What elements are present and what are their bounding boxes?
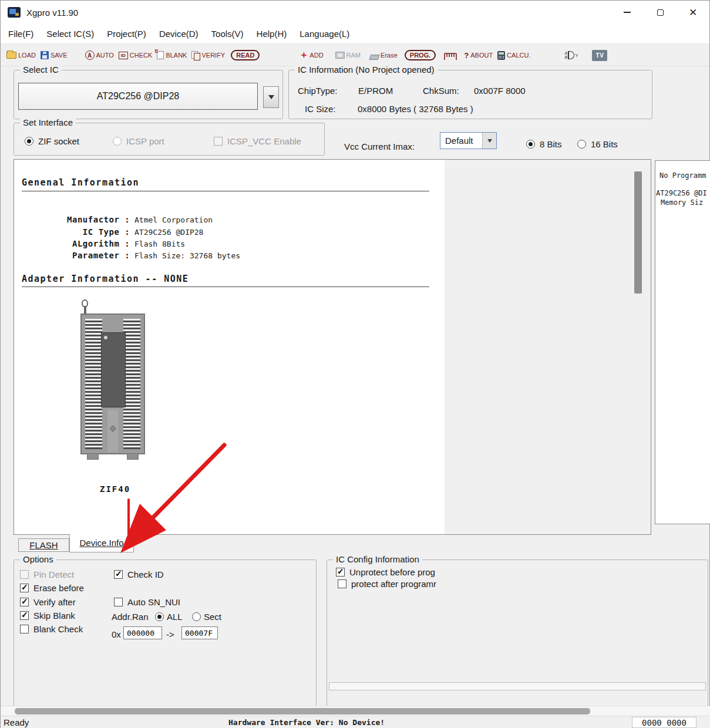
save-button[interactable]: SAVE bbox=[41, 51, 68, 59]
add-button[interactable]: + ADD bbox=[300, 51, 323, 59]
scrollbar-thumb[interactable] bbox=[15, 708, 590, 714]
menu-select-ic[interactable]: Select IC(S) bbox=[40, 24, 100, 43]
pin-test-button[interactable] bbox=[444, 50, 457, 60]
tab-device-info[interactable]: Device.Info bbox=[69, 534, 134, 552]
info-value: Flash Size: 32768 bytes bbox=[130, 251, 240, 260]
icsp-vcc-checkbox: ICSP_VCC Enable bbox=[214, 136, 301, 146]
addr-range-label: Addr.Ran bbox=[112, 612, 149, 622]
selected-ic-box[interactable]: AT29C256 @DIP28 bbox=[18, 83, 258, 110]
erase-before-checkbox[interactable]: Erase before bbox=[20, 583, 84, 593]
logic-output-y: Y bbox=[575, 53, 578, 58]
menu-project[interactable]: Project(P) bbox=[100, 24, 153, 43]
check-label: CHECK bbox=[130, 52, 153, 59]
zif40-label: ZIF40 bbox=[100, 484, 130, 494]
addr-end-input[interactable] bbox=[181, 626, 218, 639]
vcc-current-select[interactable]: Default bbox=[440, 132, 497, 149]
logic-input-a: A bbox=[564, 51, 567, 55]
read-button[interactable]: READ bbox=[231, 50, 260, 60]
addr-all-label: ALL bbox=[167, 612, 183, 622]
prog-button[interactable]: PROG. bbox=[405, 50, 436, 60]
vcc-dropdown-button[interactable] bbox=[482, 133, 496, 149]
scrollbar-thumb[interactable] bbox=[634, 171, 642, 294]
inserted-chip-graphic bbox=[101, 332, 126, 407]
chksum-value: 0x007F 8000 bbox=[474, 86, 526, 96]
window-controls: ✕ bbox=[611, 1, 709, 24]
divider bbox=[22, 287, 429, 287]
unprotect-checkbox[interactable]: Unprotect before prog bbox=[336, 567, 435, 577]
unprotect-label: Unprotect before prog bbox=[349, 567, 435, 577]
device-info-panel: Genenal Information Manufactor : Atmel C… bbox=[14, 159, 651, 535]
blank-check-checkbox[interactable]: Blank Check bbox=[20, 624, 83, 634]
minimize-button[interactable] bbox=[611, 1, 644, 24]
main-horizontal-scrollbar[interactable] bbox=[1, 706, 710, 716]
select-ic-dropdown-button[interactable] bbox=[263, 86, 279, 108]
load-button[interactable]: LOAD bbox=[6, 52, 36, 59]
app-window: Xgpro v11.90 ✕ File(F) Select IC(S) Proj… bbox=[0, 0, 710, 728]
tv-button[interactable]: TV bbox=[592, 50, 607, 61]
menu-language[interactable]: Language(L) bbox=[293, 24, 356, 43]
general-info-title: Genenal Information bbox=[22, 177, 139, 188]
zif-body bbox=[80, 314, 145, 454]
device-info-scrollbar[interactable] bbox=[634, 168, 642, 526]
about-label: ABOUT bbox=[470, 52, 493, 59]
ic-config-group-title: IC Config Information bbox=[333, 554, 422, 564]
tab-device-info-label: Device.Info bbox=[79, 538, 123, 548]
info-label: Parameter : bbox=[67, 251, 130, 260]
toolbar: LOAD SAVE A AUTO ID CHECK BLANK VERIFY R… bbox=[1, 45, 709, 66]
icsp-vcc-label: ICSP_VCC Enable bbox=[227, 136, 301, 146]
side-line-1: No Programm bbox=[659, 171, 706, 180]
ic-config-scrollbar[interactable] bbox=[329, 682, 706, 690]
checkbox-icon bbox=[114, 570, 123, 579]
bits8-radio[interactable]: 8 Bits bbox=[526, 139, 562, 149]
addr-start-input[interactable] bbox=[123, 626, 162, 639]
protect-checkbox[interactable]: protect after programr bbox=[338, 579, 436, 589]
about-button[interactable]: ? ABOUT bbox=[464, 51, 493, 60]
zif-socket-graphic bbox=[80, 299, 145, 461]
tab-flash[interactable]: FLASH bbox=[18, 538, 69, 552]
checkbox-icon bbox=[336, 568, 345, 577]
check-id-button[interactable]: ID CHECK bbox=[119, 52, 153, 59]
erase-button[interactable]: Erase bbox=[370, 51, 398, 60]
check-id-checkbox[interactable]: Check ID bbox=[114, 569, 164, 579]
icsp-port-label: ICSP port bbox=[126, 136, 164, 146]
prog-label: PROG. bbox=[410, 52, 430, 59]
bits16-label: 16 Bits bbox=[591, 139, 618, 149]
checkbox-icon bbox=[214, 137, 223, 146]
plus-icon: + bbox=[300, 51, 308, 59]
zif-socket-radio[interactable]: ZIF socket bbox=[25, 136, 79, 146]
calculator-button[interactable]: CALCU. bbox=[497, 51, 530, 60]
addr-all-radio[interactable]: ALL bbox=[155, 612, 183, 622]
protect-label: protect after programr bbox=[351, 579, 436, 589]
skip-blank-checkbox[interactable]: Skip Blank bbox=[20, 611, 75, 621]
checkbox-icon bbox=[20, 598, 29, 606]
menu-device[interactable]: Device(D) bbox=[153, 24, 205, 43]
verify-button[interactable]: VERIFY bbox=[191, 51, 225, 59]
programmer-status-panel: No Programm AT29C256 @DI Memory Siz bbox=[655, 160, 710, 524]
title-bar: Xgpro v11.90 ✕ bbox=[1, 1, 709, 24]
skip-blank-label: Skip Blank bbox=[33, 611, 75, 621]
auto-sn-checkbox[interactable]: Auto SN_NUI bbox=[114, 597, 180, 607]
ram-button: RAM bbox=[335, 52, 361, 59]
maximize-button[interactable] bbox=[644, 1, 677, 24]
menu-tools[interactable]: Tools(V) bbox=[205, 24, 250, 43]
ram-chip-icon bbox=[335, 52, 345, 59]
verify-after-checkbox[interactable]: Verify after bbox=[20, 597, 76, 607]
radio-icon bbox=[113, 137, 122, 146]
blank-button[interactable]: BLANK bbox=[157, 51, 187, 59]
close-button[interactable]: ✕ bbox=[677, 1, 709, 24]
menu-bar: File(F) Select IC(S) Project(P) Device(D… bbox=[1, 24, 709, 44]
minimize-icon bbox=[624, 12, 631, 13]
options-group: Options Pin Detect Check ID Erase before… bbox=[14, 560, 317, 708]
chip-type-value: E/PROM bbox=[358, 86, 393, 96]
window-title: Xgpro v11.90 bbox=[26, 8, 78, 18]
addr-sect-radio[interactable]: Sect bbox=[192, 612, 221, 622]
logic-gate-icon: AB Y bbox=[564, 51, 578, 59]
logic-test-button[interactable]: AB Y bbox=[564, 51, 578, 59]
auto-button[interactable]: A AUTO bbox=[85, 50, 114, 60]
menu-file[interactable]: File(F) bbox=[2, 24, 40, 43]
add-label: ADD bbox=[309, 52, 323, 59]
ic-pins-icon bbox=[444, 52, 457, 60]
bits16-radio[interactable]: 16 Bits bbox=[577, 139, 618, 149]
menu-help[interactable]: Help(H) bbox=[250, 24, 294, 43]
checkbox-icon bbox=[20, 584, 29, 592]
